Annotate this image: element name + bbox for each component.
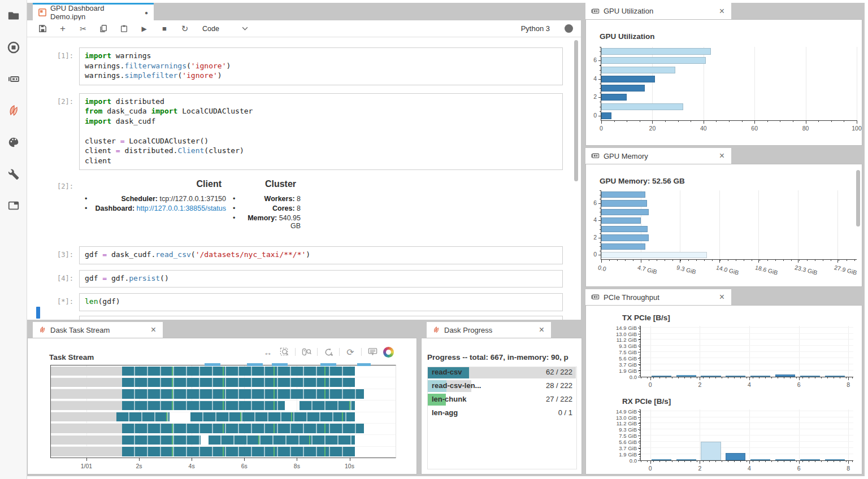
paste-icon[interactable] bbox=[116, 23, 131, 35]
cell-prompt: [2]: bbox=[27, 93, 79, 171]
progress-row: len-agg0 / 1 bbox=[427, 407, 576, 419]
gpu-dashboards-icon[interactable] bbox=[7, 72, 20, 86]
active-cell-indicator bbox=[36, 307, 40, 319]
x-minor-ticks bbox=[601, 259, 857, 261]
kernel-name[interactable]: Python 3 bbox=[521, 24, 550, 33]
code-editor[interactable]: gdf = dask_cudf.read_csv('/datasets/nyc_… bbox=[79, 246, 563, 264]
close-icon[interactable]: × bbox=[718, 151, 726, 160]
cut-icon[interactable]: ✂ bbox=[76, 23, 90, 35]
progress-count: 27 / 222 bbox=[546, 395, 572, 403]
bar bbox=[601, 209, 649, 215]
tab-gpu-utilization[interactable]: GPU Utilization × bbox=[585, 3, 731, 19]
zoom-reset-icon[interactable] bbox=[323, 346, 334, 358]
dashboard-link[interactable]: http://127.0.0.1:38855/status bbox=[137, 204, 226, 212]
y-tick-label: 6 bbox=[593, 199, 597, 206]
notebook-scrollbar[interactable] bbox=[574, 40, 578, 181]
progress-title: Progress -- total: 667, in-memory: 90, p bbox=[427, 353, 568, 362]
reset-icon[interactable]: ⟳ bbox=[345, 346, 356, 358]
tab-dask-progress[interactable]: Dask Progress × bbox=[427, 322, 551, 338]
close-icon[interactable]: × bbox=[538, 325, 545, 334]
scheduler-label: Scheduler: bbox=[121, 195, 158, 203]
y-tick-label: 14.9 GiB bbox=[616, 325, 637, 331]
gridline bbox=[806, 47, 806, 120]
cluster-title: Cluster bbox=[233, 179, 301, 189]
gridline bbox=[798, 190, 798, 259]
cell-prompt: [3]: bbox=[27, 246, 79, 264]
gpu-util-chart-title: GPU Utilization bbox=[600, 32, 655, 41]
restart-kernel-icon[interactable]: ↻ bbox=[177, 23, 192, 35]
kernel-busy-icon[interactable] bbox=[565, 24, 573, 33]
idle-hatch bbox=[51, 412, 122, 421]
pan-icon[interactable]: ↔ bbox=[262, 346, 274, 358]
x-tick bbox=[704, 120, 704, 124]
x-tick-label: 20 bbox=[649, 125, 656, 132]
palette-icon[interactable] bbox=[7, 136, 20, 149]
folder-icon[interactable] bbox=[7, 9, 20, 23]
x-tick-label: 4.7 GiB bbox=[637, 264, 658, 275]
bar bbox=[601, 226, 648, 232]
x-tick bbox=[700, 377, 700, 380]
gpu-mem-chart-title: GPU Memory: 52.56 GB bbox=[600, 177, 685, 185]
open-tabs-icon[interactable] bbox=[7, 199, 20, 212]
bullet: • bbox=[233, 204, 242, 212]
gpu-mem-scrollbar[interactable] bbox=[856, 170, 860, 227]
code-editor[interactable]: import warningswarnings.filterwarnings('… bbox=[79, 47, 563, 85]
box-zoom-icon[interactable] bbox=[279, 346, 290, 358]
rx-pcie-plot: 0.01.9 GiB3.7 GiB5.6 GiB7.5 GiB9.3 GiB11… bbox=[640, 410, 853, 461]
x-tick bbox=[798, 259, 798, 263]
gridline bbox=[641, 345, 853, 346]
bokeh-logo[interactable] bbox=[383, 347, 394, 358]
bar bbox=[601, 252, 707, 258]
notebook-content: [1]: import warningswarnings.filterwarni… bbox=[27, 37, 581, 320]
close-icon[interactable]: × bbox=[718, 7, 726, 16]
wheel-zoom-icon[interactable] bbox=[301, 346, 312, 358]
y-tick-label: 9.3 GiB bbox=[619, 426, 637, 433]
tx-pcie-plot: 0.01.9 GiB3.7 GiB5.6 GiB7.5 GiB9.3 GiB11… bbox=[640, 326, 853, 377]
notebook-file-icon bbox=[38, 8, 46, 16]
tab-pcie-throughput[interactable]: PCIe Throughput × bbox=[585, 289, 731, 305]
y-tick-label: 13.0 GiB bbox=[616, 415, 637, 421]
tab-dask-task-stream[interactable]: Dask Task Stream × bbox=[33, 322, 163, 338]
copy-icon[interactable] bbox=[96, 23, 111, 35]
run-icon[interactable]: ▶ bbox=[137, 23, 151, 35]
x-tick-label: 2 bbox=[698, 465, 701, 472]
notebook-tab-title: GPU Dashboard Demo.ipyn bbox=[50, 4, 140, 21]
y-minor-ticks bbox=[600, 190, 601, 259]
idle-hatch bbox=[51, 378, 122, 387]
x-tick-label: 0 bbox=[600, 125, 603, 132]
x-tick bbox=[244, 458, 245, 461]
x-tick-label: 0.0 bbox=[597, 264, 607, 272]
code-editor[interactable]: gdf = gdf.persist() bbox=[79, 270, 563, 288]
add-cell-icon[interactable]: + bbox=[55, 23, 70, 35]
y-tick-label: 2 bbox=[593, 234, 597, 241]
code-editor[interactable]: len(gdf) bbox=[79, 293, 563, 311]
save-icon[interactable] bbox=[35, 23, 50, 35]
wrench-icon[interactable] bbox=[7, 167, 20, 181]
code-editor[interactable] bbox=[79, 316, 563, 320]
x-tick-label: 14.0 GiB bbox=[715, 264, 740, 276]
progress-row: read-csv-len...28 / 222 bbox=[427, 380, 576, 392]
gridline bbox=[641, 429, 853, 429]
x-tick bbox=[749, 377, 750, 380]
close-icon[interactable]: × bbox=[718, 293, 726, 302]
tab-gpu-memory[interactable]: GPU Memory × bbox=[585, 148, 731, 164]
hover-tool-icon[interactable] bbox=[367, 346, 378, 358]
code-cell: [3]: gdf = dask_cudf.read_csv('/datasets… bbox=[27, 246, 581, 264]
tab-notebook[interactable]: GPU Dashboard Demo.ipyn ● bbox=[33, 3, 154, 20]
top-task-bar bbox=[272, 363, 288, 366]
code-cell: [1]: import warningswarnings.filterwarni… bbox=[27, 47, 581, 85]
gridline bbox=[641, 339, 853, 339]
running-kernels-icon[interactable] bbox=[7, 41, 20, 54]
dashboard-label: Dashboard: bbox=[96, 204, 134, 212]
y-tick-label: 2 bbox=[593, 93, 597, 100]
gridline bbox=[641, 441, 853, 442]
dask-icon bbox=[432, 326, 440, 334]
cell-type-dropdown[interactable]: Code bbox=[198, 24, 253, 34]
y-tick-label: 7.5 GiB bbox=[619, 349, 637, 355]
top-task-bar bbox=[205, 363, 220, 366]
close-icon[interactable]: × bbox=[150, 325, 157, 334]
code-editor[interactable]: import distributedfrom dask_cuda import … bbox=[79, 93, 563, 171]
stop-icon[interactable]: ■ bbox=[157, 23, 172, 35]
x-tick bbox=[192, 458, 192, 461]
dask-icon[interactable] bbox=[7, 104, 20, 117]
